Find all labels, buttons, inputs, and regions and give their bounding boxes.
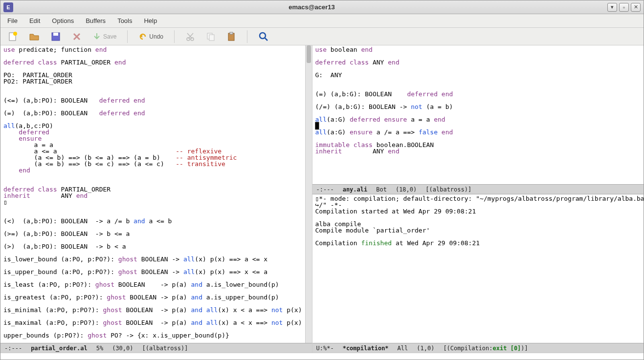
code-line: (=) (a,b:G): BOOLEAN deferred end — [315, 91, 644, 97]
search-icon — [258, 31, 269, 42]
code-line: (>) (a,b:PO): BOOLEAN -> b < a — [3, 243, 302, 250]
svg-rect-9 — [230, 32, 233, 34]
code-line: end — [3, 167, 302, 173]
code-line: is_least (a:PO, p:PO?): ghost BOOLEAN ->… — [3, 281, 302, 288]
code-line: ▯ — [3, 199, 302, 205]
code-line: upper_bounds (p:PO?): ghost PO? -> {x: x… — [3, 332, 302, 339]
menu-edit[interactable]: Edit — [25, 15, 44, 26]
x-icon — [72, 32, 82, 42]
code-line: G: ANY — [315, 72, 644, 78]
code-line: (>=) (a,b:PO): BOOLEAN -> b <= a — [3, 231, 302, 237]
save-file-button[interactable] — [48, 30, 63, 43]
code-line — [3, 205, 302, 212]
code-line: PO2: PARTIAL_ORDER — [3, 78, 302, 85]
modeline-left: -:--- partial_order.al 5% (30,0) [(albat… — [0, 343, 312, 353]
window-controls: ▾ ▫ ✕ — [607, 3, 641, 12]
modeline-right-top: -:--- any.ali Bot (18,0) [(albatross)] — [312, 184, 644, 194]
undo-button[interactable]: Undo — [136, 31, 165, 42]
clipboard-icon — [226, 32, 236, 42]
svg-rect-7 — [209, 35, 214, 41]
code-line — [315, 214, 644, 221]
code-line: (a <= b) ==> (b <= c) ==> (a <= c) -- tr… — [3, 161, 302, 167]
maximize-button[interactable]: ▫ — [619, 3, 629, 12]
window-title: emacs@acer13 — [16, 3, 607, 11]
code-line — [315, 78, 644, 85]
modeline-mode: [(albatross)] — [142, 345, 188, 352]
code-line: (<=) (a,b:PO): BOOLEAN deferred end — [3, 97, 302, 104]
editor-right-top[interactable]: use boolean end deferred class ANY end G… — [312, 45, 644, 184]
minibuffer[interactable] — [0, 353, 644, 360]
toolbar-separator — [247, 30, 247, 43]
code-line: inherit ANY end — [3, 192, 302, 199]
save-arrow-icon — [92, 32, 101, 41]
folder-open-icon — [29, 31, 40, 42]
modeline-pos: (18,0) — [396, 186, 417, 193]
code-line: is_minimal (a:PO, p:PO?): ghost BOOLEAN … — [3, 307, 302, 313]
workspace: use predicate; function end deferred cla… — [0, 45, 644, 353]
code-line — [315, 65, 644, 72]
code-line: ▯*- mode: compilation; default-directory… — [315, 195, 644, 202]
menu-file[interactable]: File — [3, 15, 22, 26]
undo-arrow-icon — [138, 32, 147, 41]
menu-options[interactable]: Options — [48, 15, 78, 26]
modeline-percent: All — [398, 345, 408, 352]
menubar: File Edit Options Buffers Tools Help — [0, 14, 644, 28]
left-pane: use predicate; function end deferred cla… — [0, 45, 312, 353]
editor-left[interactable]: use predicate; function end deferred cla… — [0, 45, 305, 343]
toolbar: Save Undo — [0, 28, 644, 45]
modeline-status: U:%*- — [316, 345, 334, 352]
code-line — [3, 173, 302, 180]
save-labeled-button[interactable]: Save — [90, 31, 118, 42]
code-line: deferred — [3, 129, 302, 135]
code-line: deferred class PARTIAL_ORDER end — [3, 59, 302, 65]
code-line: use predicate; function end — [3, 46, 302, 53]
copy-button[interactable] — [204, 31, 218, 42]
undo-label: Undo — [149, 33, 163, 40]
menu-help[interactable]: Help — [140, 15, 161, 26]
open-file-button[interactable] — [27, 30, 42, 43]
titlebar: E emacs@acer13 ▾ ▫ ✕ — [0, 0, 644, 14]
svg-rect-3 — [53, 33, 58, 36]
code-line: is_maximal (a:PO, p:PO?): ghost BOOLEAN … — [3, 319, 302, 326]
code-line: (=) (a,b:PO): BOOLEAN deferred end — [3, 110, 302, 116]
cancel-button[interactable] — [70, 31, 84, 42]
new-file-button[interactable] — [5, 30, 20, 43]
editor-compilation[interactable]: ▯*- mode: compilation; default-directory… — [312, 194, 644, 343]
code-line: deferred class ANY end — [315, 59, 644, 65]
code-line: inherit ANY end — [315, 148, 644, 154]
code-line: is_upper_bound (a:PO, p:PO?): ghost BOOL… — [3, 269, 302, 275]
copy-icon — [206, 32, 216, 42]
modeline-mode: [(Compilation:exit [0])] — [443, 345, 528, 352]
modeline-mode: [(albatross)] — [425, 186, 471, 193]
right-column: use boolean end deferred class ANY end G… — [312, 45, 644, 353]
code-line: is_greatest (a:PO, p:PO?): ghost BOOLEAN… — [3, 294, 302, 300]
cut-button[interactable] — [183, 31, 197, 42]
search-button[interactable] — [256, 30, 271, 43]
modeline-filename: *compilation* — [343, 345, 389, 352]
close-button[interactable]: ✕ — [631, 3, 641, 12]
modeline-filename: any.ali — [343, 186, 368, 193]
save-label: Save — [103, 33, 116, 40]
scissors-icon — [185, 32, 195, 42]
minimize-button[interactable]: ▾ — [607, 3, 617, 12]
toolbar-separator — [174, 30, 175, 43]
modeline-pos: (1,0) — [417, 345, 434, 352]
code-line: is_lower_bound (a:PO, p:PO?): ghost BOOL… — [3, 256, 302, 262]
modeline-percent: Bot — [376, 186, 387, 193]
code-line — [3, 85, 302, 91]
menu-buffers[interactable]: Buffers — [82, 15, 110, 26]
code-line: (<) (a,b:PO): BOOLEAN -> a /= b and a <=… — [3, 218, 302, 224]
new-file-icon — [7, 31, 18, 42]
svg-point-10 — [260, 33, 266, 39]
paste-button[interactable] — [224, 31, 238, 42]
modeline-filename: partial_order.al — [31, 345, 88, 352]
modeline-pos: (30,0) — [112, 345, 133, 352]
menu-tools[interactable]: Tools — [113, 15, 136, 26]
code-line: use boolean end — [315, 46, 644, 53]
code-line: Compile module `partial_order' — [315, 227, 644, 233]
modeline-status: -:--- — [316, 186, 334, 193]
scrollbar-left-pane[interactable] — [305, 45, 312, 343]
emacs-icon: E — [3, 2, 13, 12]
floppy-icon — [50, 31, 61, 42]
modeline-status: -:--- — [4, 345, 22, 352]
